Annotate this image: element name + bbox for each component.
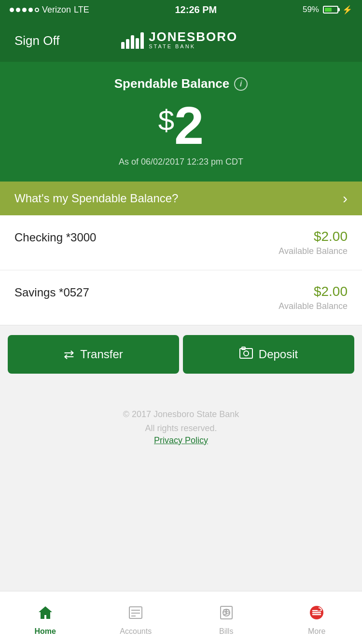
privacy-policy-link[interactable]: Privacy Policy [154,435,208,445]
status-right: 59% ⚡ [303,5,352,15]
transfer-label: Transfer [80,348,123,361]
as-of-text: As of 06/02/2017 12:23 pm CDT [10,157,352,167]
nav-item-bills[interactable]: $ Bills [181,591,272,644]
balance-amount: $ 2 [10,96,352,154]
spendable-label-text: Spendable Balance [114,76,229,91]
nav-label-accounts: Accounts [120,627,152,636]
available-label-checking: Available Balance [278,246,348,256]
account-item-savings[interactable]: Savings *0527 $2.00 Available Balance [0,270,362,325]
home-icon [37,604,54,625]
nav-label-home: Home [35,627,56,636]
svg-text:$: $ [224,610,227,616]
signal-dot-3 [22,8,27,12]
deposit-button[interactable]: Deposit [183,335,354,374]
signal-strength [10,8,39,12]
status-left: Verizon LTE [10,5,89,15]
spendable-label: Spendable Balance i [10,76,352,91]
transfer-button[interactable]: ⇄ Transfer [8,335,179,374]
info-icon[interactable]: i [234,77,248,91]
battery-body [323,6,338,14]
signal-dot-1 [10,8,14,12]
logo-bar-5 [140,32,144,49]
balance-number: 2 [174,96,204,154]
bottom-nav: Home Accounts $ Bills [0,591,362,644]
account-name-savings: Savings *0527 [14,284,89,299]
balance-section: Spendable Balance i $ 2 As of 06/02/2017… [0,62,362,182]
charging-icon: ⚡ [342,5,352,15]
status-time: 12:26 PM [175,4,217,15]
account-right-savings: $2.00 Available Balance [278,284,348,311]
logo-bar-1 [121,42,125,49]
nav-label-more: More [308,627,325,636]
account-name-checking: Checking *3000 [14,229,96,244]
app-header: Sign Off JONESBORO STATE BANK [0,19,362,62]
dollar-sign: $ [158,105,174,137]
available-label-savings: Available Balance [278,301,348,311]
battery-percent: 59% [303,5,319,14]
deposit-icon [239,347,253,363]
logo-bar-2 [126,39,129,49]
spendable-banner-text: What's my Spendable Balance? [14,192,178,205]
nav-item-more[interactable]: More [272,591,362,644]
chevron-right-icon: › [343,190,348,207]
bank-logo-icon [121,32,144,49]
account-balance-checking: $2.00 [278,229,348,244]
status-bar: Verizon LTE 12:26 PM 59% ⚡ [0,0,362,19]
spendable-banner[interactable]: What's my Spendable Balance? › [0,182,362,215]
nav-item-accounts[interactable]: Accounts [91,591,181,644]
signal-dot-4 [28,8,33,12]
accounts-icon [127,604,144,625]
nav-label-bills: Bills [219,627,233,636]
bank-name-bottom: STATE BANK [149,43,237,50]
account-item-checking[interactable]: Checking *3000 $2.00 Available Balance [0,215,362,270]
account-balance-savings: $2.00 [278,284,348,299]
deposit-label: Deposit [259,348,298,361]
copyright-text: © 2017 Jonesboro State Bank [10,407,352,421]
signal-dot-5 [35,8,39,12]
account-right-checking: $2.00 Available Balance [278,229,348,256]
action-buttons: ⇄ Transfer Deposit [0,325,362,383]
bank-name-top: JONESBORO [149,30,237,43]
nav-item-home[interactable]: Home [0,591,91,644]
sign-off-button[interactable]: Sign Off [14,33,59,48]
rights-text: All rights reserved. [10,421,352,435]
network-label: LTE [74,5,89,15]
footer-content: © 2017 Jonesboro State Bank All rights r… [0,383,362,460]
accounts-list: Checking *3000 $2.00 Available Balance S… [0,215,362,325]
logo-bar-4 [136,38,139,49]
battery-fill [325,8,332,12]
transfer-icon: ⇄ [64,347,74,362]
svg-point-1 [244,351,249,356]
bills-icon: $ [218,604,235,625]
bank-logo: JONESBORO STATE BANK [121,30,237,50]
carrier-label: Verizon [42,5,71,15]
more-icon [308,604,325,625]
svg-rect-0 [240,349,252,358]
signal-dot-2 [16,8,20,12]
battery-icon [323,6,338,14]
logo-bar-3 [131,35,134,49]
bank-name-text: JONESBORO STATE BANK [149,30,237,50]
